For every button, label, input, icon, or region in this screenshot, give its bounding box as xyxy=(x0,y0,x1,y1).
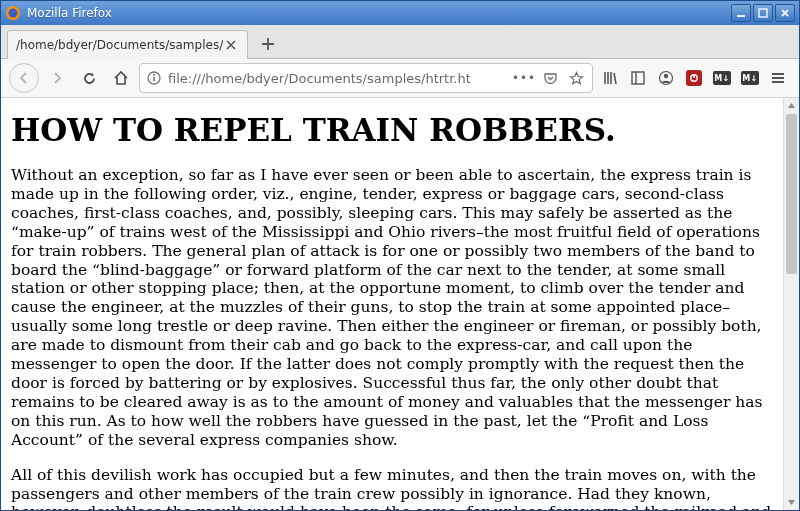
scroll-down-arrow[interactable] xyxy=(784,495,799,510)
browser-window: Mozilla Firefox /home/bdyer/Documents/sa… xyxy=(0,0,800,511)
svg-point-1 xyxy=(9,9,18,18)
back-button[interactable] xyxy=(9,63,39,93)
paragraph-2: All of this devilish work has occupied b… xyxy=(11,466,773,510)
home-button[interactable] xyxy=(107,64,135,92)
scroll-up-arrow[interactable] xyxy=(784,98,799,113)
extension-md-icon-2[interactable]: M↓ xyxy=(737,65,763,91)
page-heading: HOW TO REPEL TRAIN ROBBERS. xyxy=(11,112,773,148)
new-tab-button[interactable] xyxy=(254,30,282,58)
svg-rect-2 xyxy=(737,15,745,17)
extension-md-icon-1[interactable]: M↓ xyxy=(709,65,735,91)
tab-active[interactable]: /home/bdyer/Documents/samples/ xyxy=(7,30,248,59)
forward-button[interactable] xyxy=(43,64,71,92)
content-area: HOW TO REPEL TRAIN ROBBERS. Without an e… xyxy=(1,98,799,510)
ublock-icon[interactable] xyxy=(681,65,707,91)
tab-label: /home/bdyer/Documents/samples/ xyxy=(16,38,223,52)
vertical-scrollbar[interactable] xyxy=(783,98,799,510)
svg-rect-7 xyxy=(632,72,644,84)
svg-rect-3 xyxy=(759,9,767,17)
svg-point-6 xyxy=(153,74,155,76)
navigation-toolbar: file:///home/bdyer/Documents/samples/htr… xyxy=(1,59,799,98)
app-menu-button[interactable] xyxy=(765,65,791,91)
sidebar-icon[interactable] xyxy=(625,65,651,91)
firefox-icon xyxy=(5,5,21,21)
svg-point-10 xyxy=(664,74,668,78)
url-text[interactable]: file:///home/bdyer/Documents/samples/htr… xyxy=(168,71,508,86)
paragraph-1: Without an exception, so far as I have e… xyxy=(11,166,773,450)
page-content[interactable]: HOW TO REPEL TRAIN ROBBERS. Without an e… xyxy=(1,98,783,510)
window-minimize-button[interactable] xyxy=(731,4,751,22)
account-icon[interactable] xyxy=(653,65,679,91)
window-controls xyxy=(731,4,795,22)
url-bar[interactable]: file:///home/bdyer/Documents/samples/htr… xyxy=(139,63,593,93)
tab-strip: /home/bdyer/Documents/samples/ xyxy=(1,25,799,59)
window-maximize-button[interactable] xyxy=(753,4,773,22)
page-actions-button[interactable]: ••• xyxy=(514,68,534,88)
bookmark-star-icon[interactable] xyxy=(566,68,586,88)
pocket-icon[interactable] xyxy=(540,68,560,88)
scrollbar-thumb[interactable] xyxy=(786,114,797,274)
library-icon[interactable] xyxy=(597,65,623,91)
toolbar-right: M↓ M↓ xyxy=(597,65,791,91)
site-identity-icon[interactable] xyxy=(146,70,162,86)
reload-button[interactable] xyxy=(75,64,103,92)
window-close-button[interactable] xyxy=(775,4,795,22)
window-titlebar[interactable]: Mozilla Firefox xyxy=(1,1,799,25)
window-title: Mozilla Firefox xyxy=(27,6,731,20)
svg-rect-5 xyxy=(153,77,155,82)
tab-close-button[interactable] xyxy=(223,37,239,53)
